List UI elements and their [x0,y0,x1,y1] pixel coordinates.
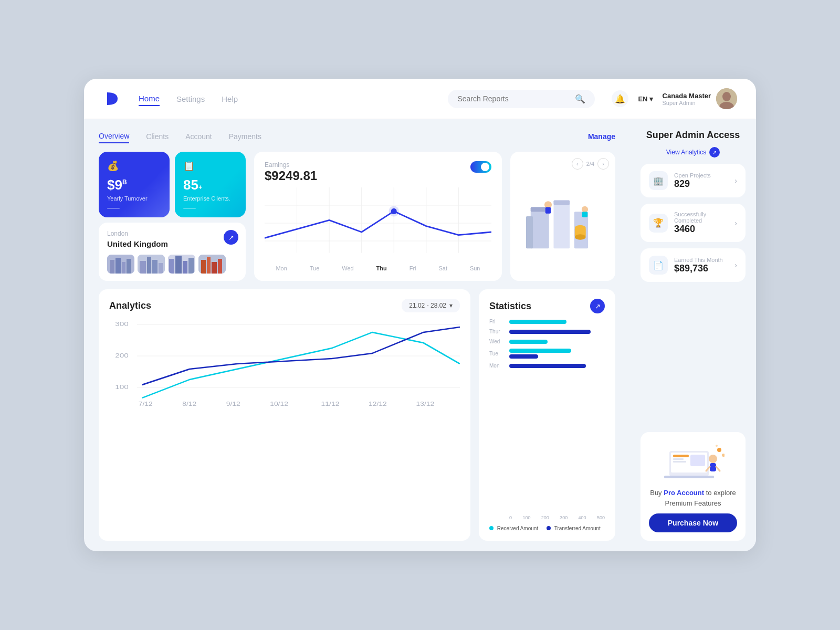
svg-text:300: 300 [115,321,129,327]
city-img-0 [107,255,134,274]
svg-rect-41 [545,207,551,214]
search-bar[interactable]: 🔍 [448,90,595,108]
svg-rect-62 [664,476,714,478]
earnings-section: Earnings $9249.81 [254,152,502,281]
header: Home Settings Help 🔍 🔔 EN ▾ Canada Maste… [84,79,756,119]
earnings-chart-labels: Mon Tue Wed Thu Fri Sat Sun [265,265,491,271]
svg-rect-63 [673,455,689,457]
svg-rect-21 [212,262,217,274]
projects-arrow-icon: › [734,176,737,185]
purchase-now-button[interactable]: Purchase Now [649,513,737,532]
nav-home[interactable]: Home [139,92,160,106]
date-range-picker[interactable]: 21.02 - 28.02 ▾ [402,299,460,312]
location-country: United Kingdom [107,239,237,248]
svg-rect-38 [554,200,570,205]
sidebar-card-projects[interactable]: 🏢 Open Projects 829 › [640,164,746,197]
day-tue: Tue [310,265,320,271]
bar-label-mon: Mon [489,363,505,369]
dashboard: Home Settings Help 🔍 🔔 EN ▾ Canada Maste… [84,79,756,551]
notification-bell[interactable]: 🔔 [612,90,628,107]
completed-icon: 🏆 [649,214,668,233]
stat-card-clients: 📋 85+ Enterprise Clients. [175,152,246,217]
city-img-3 [198,255,226,274]
stats-section: 💰 $9B Yearly Turnover 📋 85+ Enterprise C… [99,152,246,281]
turnover-icon: 💰 [107,160,161,172]
earned-arrow-icon: › [734,261,737,269]
bar-label-thur: Thur [489,329,505,334]
view-analytics-btn[interactable]: ↗ [709,147,720,158]
nav-help[interactable]: Help [222,92,238,106]
bar-chart-area: Fri Thur [489,319,605,510]
language-selector[interactable]: EN ▾ [638,95,653,103]
sidebar-card-completed[interactable]: 🏆 Successfully Completed 3460 › [640,204,746,242]
svg-rect-64 [673,458,684,460]
projects-value: 829 [674,178,728,190]
sidebar-card-earned[interactable]: 📄 Earned This Month $89,736 › [640,248,746,282]
svg-point-45 [582,206,588,213]
view-analytics-link[interactable]: View Analytics ↗ [640,147,746,158]
analytics-section: Analytics 21.02 - 28.02 ▾ 300 200 100 [99,289,470,541]
earnings-header: Earnings $9249.81 [265,161,491,183]
svg-text:12/12: 12/12 [369,401,387,407]
svg-rect-37 [554,200,570,248]
tab-clients[interactable]: Clients [146,130,169,143]
carousel-prev[interactable]: ‹ [572,158,583,170]
x-label-300: 300 [560,515,568,520]
chart-x-labels: 0 100 200 300 400 500 [489,515,605,520]
svg-rect-36 [526,216,533,248]
clients-amount: 85+ [183,177,237,193]
city-img-2 [168,255,195,274]
analytics-chart: 300 200 100 7/12 [109,317,460,531]
day-thu: Thu [376,265,387,271]
search-input[interactable] [457,94,571,103]
bar-label-wed: Wed [489,339,505,344]
turnover-label: Yearly Turnover [107,195,161,202]
tab-account[interactable]: Account [185,130,212,143]
day-sat: Sat [438,265,447,271]
svg-rect-20 [207,257,211,274]
location-card: London United Kingdom ↗ [99,223,246,281]
day-wed: Wed [342,265,353,271]
tab-overview[interactable]: Overview [99,130,129,143]
svg-rect-15 [175,256,182,274]
day-sun: Sun [470,265,480,271]
svg-rect-9 [140,261,146,274]
promo-illustration [662,440,724,482]
completed-content: Successfully Completed 3460 [674,211,728,235]
day-mon: Mon [276,265,287,271]
chart-legend: Received Amount Transferred Amount [489,526,605,531]
svg-rect-4 [110,260,114,274]
svg-text:9/12: 9/12 [226,401,240,407]
completed-arrow-icon: › [734,219,737,227]
tabs: Overview Clients Account Payments Manage [99,130,615,143]
statistics-title: Statistics [489,301,531,312]
svg-line-70 [716,467,720,471]
earned-value: $89,736 [674,263,728,274]
svg-rect-11 [152,260,158,274]
statistics-header: Statistics ↗ [489,299,605,313]
tab-payments[interactable]: Payments [229,130,261,143]
legend-received: Received Amount [489,526,538,531]
main-layout: Overview Clients Account Payments Manage… [84,119,756,551]
svg-point-73 [716,445,718,447]
x-label-200: 200 [541,515,549,520]
manage-button[interactable]: Manage [588,132,615,141]
statistics-section: Statistics ↗ Fri Thur [479,289,615,541]
svg-text:7/12: 7/12 [139,401,153,407]
clients-icon: 📋 [183,160,237,172]
bar-label-fri: Fri [489,319,505,324]
x-label-500: 500 [597,515,605,520]
statistics-arrow-btn[interactable]: ↗ [590,299,605,313]
svg-rect-10 [147,257,151,274]
analytics-header: Analytics 21.02 - 28.02 ▾ [109,299,460,312]
clients-label: Enterprise Clients. [183,195,237,202]
toggle-switch[interactable] [470,161,491,173]
promo-bold: Pro Account [664,489,704,497]
bar-row-fri: Fri [489,319,605,324]
nav-settings[interactable]: Settings [176,92,205,106]
location-arrow-btn[interactable]: ↗ [224,230,238,245]
carousel-next[interactable]: › [597,158,609,170]
turnover-dash [107,208,120,209]
promo-section: Buy Pro Account to explore Premium Featu… [640,432,746,541]
svg-point-71 [717,448,721,452]
